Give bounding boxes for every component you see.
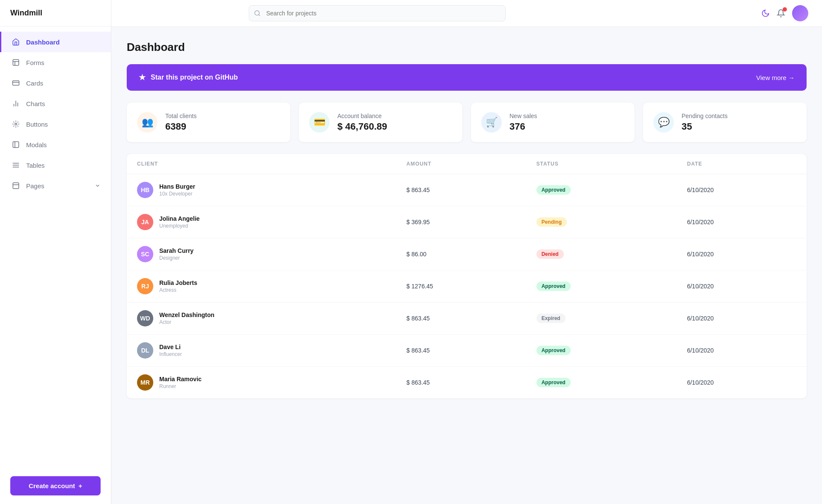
content-area: Dashboard ★ Star this project on GitHub … bbox=[111, 27, 822, 504]
client-role: Runner bbox=[159, 383, 202, 389]
client-avatar: SC bbox=[137, 246, 153, 262]
svg-rect-0 bbox=[13, 59, 19, 65]
new-sales-value: 376 bbox=[509, 121, 537, 132]
user-avatar[interactable] bbox=[792, 5, 808, 21]
amount-cell: $ 863.45 bbox=[396, 335, 526, 367]
sidebar-item-dashboard[interactable]: Dashboard bbox=[0, 32, 111, 52]
client-role: Unemployed bbox=[159, 223, 200, 229]
tables-icon bbox=[12, 161, 20, 169]
banner-left: ★ Star this project on GitHub bbox=[139, 73, 238, 82]
table-card: CLIENT AMOUNT STATUS DATE HB Hans Burger… bbox=[127, 154, 807, 398]
table-row[interactable]: RJ Rulia Joberts Actress $ 1276.45 Appro… bbox=[127, 270, 807, 302]
status-cell: Expired bbox=[526, 302, 677, 335]
client-avatar: HB bbox=[137, 182, 153, 198]
charts-icon bbox=[12, 99, 20, 108]
table-row[interactable]: WD Wenzel Dashington Actor $ 863.45 Expi… bbox=[127, 302, 807, 335]
forms-icon bbox=[12, 58, 20, 67]
total-clients-label: Total clients bbox=[165, 113, 197, 119]
clients-table: CLIENT AMOUNT STATUS DATE HB Hans Burger… bbox=[127, 154, 807, 398]
table-row[interactable]: MR Maria Ramovic Runner $ 863.45 Approve… bbox=[127, 367, 807, 399]
sidebar-nav: Dashboard Forms Cards bbox=[0, 27, 111, 468]
create-account-button[interactable]: Create account + bbox=[10, 476, 101, 495]
col-amount: AMOUNT bbox=[396, 154, 526, 174]
status-badge: Expired bbox=[536, 314, 566, 323]
client-cell: SC Sarah Curry Designer bbox=[127, 238, 396, 270]
sidebar-item-label: Buttons bbox=[26, 121, 48, 128]
view-more-link[interactable]: View more → bbox=[756, 74, 795, 81]
table-row[interactable]: SC Sarah Curry Designer $ 86.00 Denied 6… bbox=[127, 238, 807, 270]
status-cell: Approved bbox=[526, 367, 677, 399]
client-cell: RJ Rulia Joberts Actress bbox=[127, 270, 396, 302]
new-sales-info: New sales 376 bbox=[509, 113, 537, 132]
total-clients-value: 6389 bbox=[165, 121, 197, 132]
pending-contacts-info: Pending contacts 35 bbox=[682, 113, 727, 132]
client-name: Hans Burger bbox=[159, 183, 195, 190]
sidebar-item-modals[interactable]: Modals bbox=[0, 134, 111, 155]
modals-icon bbox=[12, 140, 20, 149]
search-input[interactable] bbox=[249, 5, 506, 21]
page-title: Dashboard bbox=[127, 41, 807, 54]
pending-contacts-label: Pending contacts bbox=[682, 113, 727, 119]
sidebar-item-label: Tables bbox=[26, 162, 45, 169]
date-cell: 6/10/2020 bbox=[677, 206, 807, 238]
account-balance-icon: 💳 bbox=[309, 112, 330, 133]
client-avatar: DL bbox=[137, 342, 153, 359]
buttons-icon bbox=[12, 120, 20, 128]
status-cell: Approved bbox=[526, 335, 677, 367]
table-row[interactable]: DL Dave Li Influencer $ 863.45 Approved … bbox=[127, 335, 807, 367]
brand-logo: Windmill bbox=[0, 0, 111, 27]
main-area: Dashboard ★ Star this project on GitHub … bbox=[111, 0, 822, 504]
sidebar: Windmill Dashboard Forms bbox=[0, 0, 111, 504]
sidebar-item-tables[interactable]: Tables bbox=[0, 155, 111, 175]
client-name: Dave Li bbox=[159, 344, 182, 350]
status-badge: Approved bbox=[536, 346, 571, 355]
create-account-label: Create account bbox=[29, 482, 75, 489]
account-balance-label: Account balance bbox=[337, 113, 387, 119]
notification-badge bbox=[783, 7, 787, 12]
pending-contacts-icon: 💬 bbox=[653, 112, 674, 133]
new-sales-icon: 🛒 bbox=[481, 112, 502, 133]
pending-contacts-value: 35 bbox=[682, 121, 727, 132]
amount-cell: $ 369.95 bbox=[396, 206, 526, 238]
search-icon bbox=[254, 10, 261, 17]
amount-cell: $ 863.45 bbox=[396, 302, 526, 335]
col-client: CLIENT bbox=[127, 154, 396, 174]
date-cell: 6/10/2020 bbox=[677, 174, 807, 206]
svg-line-17 bbox=[259, 15, 260, 16]
stat-card-pending-contacts: 💬 Pending contacts 35 bbox=[643, 103, 807, 142]
sidebar-item-pages[interactable]: Pages bbox=[0, 175, 111, 196]
status-badge: Denied bbox=[536, 249, 564, 259]
sidebar-item-forms[interactable]: Forms bbox=[0, 52, 111, 73]
amount-cell: $ 1276.45 bbox=[396, 270, 526, 302]
client-name: Maria Ramovic bbox=[159, 376, 202, 382]
status-badge: Pending bbox=[536, 217, 567, 227]
account-balance-value: $ 46,760.89 bbox=[337, 121, 387, 132]
stats-grid: 👥 Total clients 6389 💳 Account balance $… bbox=[127, 103, 807, 142]
amount-cell: $ 863.45 bbox=[396, 174, 526, 206]
client-role: Actor bbox=[159, 319, 214, 325]
client-avatar: WD bbox=[137, 310, 153, 326]
cards-icon bbox=[12, 79, 20, 87]
sidebar-item-cards[interactable]: Cards bbox=[0, 73, 111, 93]
sidebar-item-charts[interactable]: Charts bbox=[0, 93, 111, 114]
svg-rect-9 bbox=[13, 142, 19, 148]
dark-mode-button[interactable] bbox=[761, 9, 770, 18]
notifications-button[interactable] bbox=[777, 9, 785, 18]
svg-point-8 bbox=[15, 123, 17, 125]
banner-star-label: Star this project on GitHub bbox=[151, 74, 238, 81]
sidebar-item-label: Dashboard bbox=[26, 39, 60, 46]
table-row[interactable]: HB Hans Burger 10x Developer $ 863.45 Ap… bbox=[127, 174, 807, 206]
sidebar-item-buttons[interactable]: Buttons bbox=[0, 114, 111, 134]
stat-card-account-balance: 💳 Account balance $ 46,760.89 bbox=[299, 103, 462, 142]
app-container: Windmill Dashboard Forms bbox=[0, 0, 822, 504]
status-cell: Approved bbox=[526, 174, 677, 206]
star-icon: ★ bbox=[139, 73, 146, 82]
search-bar bbox=[249, 5, 506, 21]
sidebar-item-label: Cards bbox=[26, 80, 43, 87]
date-cell: 6/10/2020 bbox=[677, 335, 807, 367]
sidebar-item-label: Charts bbox=[26, 100, 45, 107]
account-balance-info: Account balance $ 46,760.89 bbox=[337, 113, 387, 132]
client-role: 10x Developer bbox=[159, 191, 195, 197]
date-cell: 6/10/2020 bbox=[677, 302, 807, 335]
table-row[interactable]: JA Jolina Angelie Unemployed $ 369.95 Pe… bbox=[127, 206, 807, 238]
